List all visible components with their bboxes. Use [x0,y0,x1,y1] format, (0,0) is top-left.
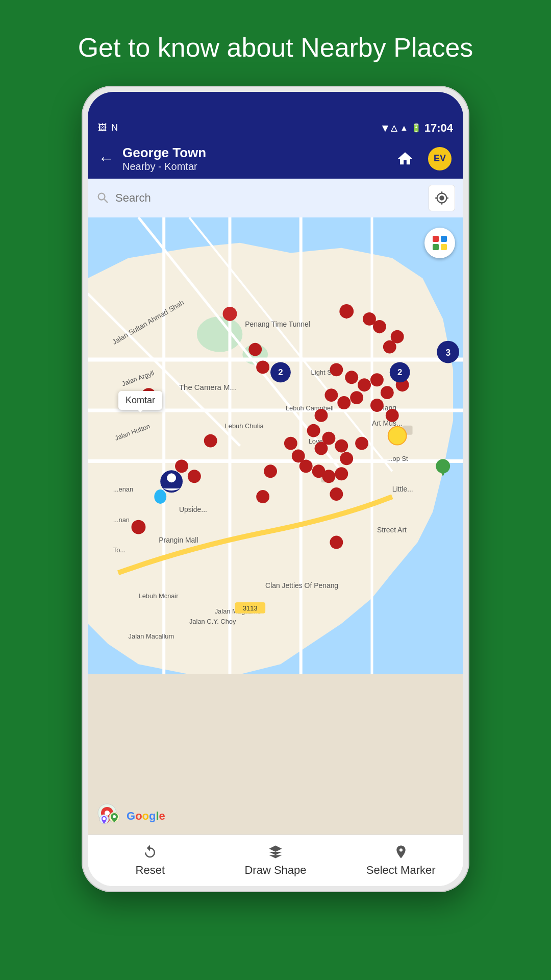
select-marker-icon [393,844,409,860]
svg-text:...op St: ...op St [387,455,408,462]
svg-text:Lebuh Chulia: Lebuh Chulia [225,422,264,429]
status-left: 🖼 N [98,122,118,133]
svg-point-64 [315,409,328,422]
svg-point-77 [264,464,277,478]
back-button[interactable]: ← [98,149,114,168]
svg-point-67 [315,442,328,455]
phone-inner: 🖼 N ▾ △ ▲ 🔋 17:04 ← George Town Nearby -… [88,92,463,886]
svg-text:Street Art: Street Art [377,525,407,533]
status-right: ▾ △ ▲ 🔋 17:04 [382,121,453,135]
map-container[interactable]: Jalan Sultan Ahmad Shah Jalan Argyll Jal… [88,217,463,835]
svg-point-68 [335,439,348,452]
svg-point-53 [330,363,343,376]
svg-text:Jalan Macallum: Jalan Macallum [129,632,174,640]
svg-point-56 [370,373,384,386]
svg-point-63 [386,409,399,422]
svg-point-81 [175,459,188,473]
svg-point-98 [256,490,269,503]
svg-text:3: 3 [445,347,450,357]
svg-point-71 [284,436,297,450]
search-icon [96,191,110,205]
svg-point-52 [256,360,269,374]
svg-text:Clan Jetties Of Penang: Clan Jetties Of Penang [265,581,338,590]
svg-point-76 [335,467,348,480]
komtar-popup[interactable]: Komtar [118,391,162,410]
phone-top-area [88,92,463,117]
svg-text:...nan: ...nan [113,516,130,523]
select-marker-button[interactable]: Select Marker [338,835,463,886]
status-bar: 🖼 N ▾ △ ▲ 🔋 17:04 [88,117,463,139]
draw-shape-icon [268,844,283,860]
svg-text:Prangin Mall: Prangin Mall [159,535,198,544]
svg-point-83 [132,520,146,534]
image-icon: 🖼 [98,122,107,133]
location-button[interactable] [429,185,455,211]
svg-point-104 [103,817,106,820]
svg-point-62 [370,399,384,412]
svg-text:To...: To... [113,546,126,554]
svg-point-69 [355,436,368,450]
svg-text:Lebuh Mcnair: Lebuh Mcnair [138,592,179,600]
header-tagline: Get to know about Nearby Places [77,31,474,65]
app-bar-title-main: George Town [122,145,206,161]
search-input[interactable] [115,191,422,205]
app-bar-left: ← George Town Nearby - Komtar [98,145,206,173]
google-logo: Google [96,802,165,830]
svg-text:Upside...: Upside... [179,505,207,513]
svg-point-70 [340,452,353,465]
app-bar: ← George Town Nearby - Komtar EV [88,139,463,179]
svg-point-92 [167,473,176,482]
battery-icon: 🔋 [411,123,421,133]
svg-text:Art Mus...: Art Mus... [372,419,403,427]
ev-badge[interactable]: EV [427,145,453,172]
grid-button[interactable] [424,228,455,258]
svg-point-82 [188,470,201,483]
notification-icon: N [111,122,118,133]
grid-icon [433,236,447,250]
svg-point-97 [388,426,407,445]
signal-icon: △ [391,123,397,133]
svg-point-80 [204,434,217,447]
svg-point-75 [322,470,336,483]
phone-frame: 🖼 N ▾ △ ▲ 🔋 17:04 ← George Town Nearby -… [82,86,469,892]
svg-text:Jalan C.Y. Choy: Jalan C.Y. Choy [189,617,236,625]
draw-shape-button[interactable]: Draw Shape [213,835,338,886]
svg-text:Little...: Little... [392,485,413,493]
reset-icon [142,844,158,860]
search-input-wrapper [96,191,422,205]
app-bar-title: George Town Nearby - Komtar [122,145,206,173]
svg-point-2 [197,316,243,352]
app-bar-right: EV [392,145,453,172]
svg-point-57 [381,386,394,399]
svg-text:3113: 3113 [243,604,258,611]
svg-text:The Camera M...: The Camera M... [179,383,236,391]
svg-text:Lebuh Campbell: Lebuh Campbell [286,404,334,412]
app-bar-title-sub: Nearby - Komtar [122,161,206,173]
clock: 17:04 [424,121,453,135]
bottom-toolbar: Reset Draw Shape Select Marker [88,835,463,886]
svg-text:...enan: ...enan [113,485,133,493]
svg-point-54 [345,371,358,384]
svg-point-51 [248,342,262,356]
svg-text:2: 2 [397,368,402,377]
google-text: Google [127,810,165,823]
svg-point-59 [324,388,338,402]
wifi-icon: ▾ [382,121,388,135]
svg-point-65 [307,424,320,437]
svg-text:Penang Time Tunnel: Penang Time Tunnel [245,320,310,328]
map-logo-icon [96,802,124,830]
svg-text:2: 2 [278,368,283,377]
search-bar [88,179,463,217]
svg-point-78 [330,487,343,501]
svg-point-50 [383,340,396,353]
svg-point-96 [436,459,450,473]
svg-point-73 [299,459,313,473]
svg-point-61 [350,391,363,404]
svg-point-84 [330,535,343,549]
home-button[interactable] [392,145,418,172]
reset-button[interactable]: Reset [88,835,213,886]
svg-point-60 [337,396,350,409]
svg-point-55 [358,378,371,391]
signal-full-icon: ▲ [400,124,408,133]
svg-point-102 [113,815,116,818]
